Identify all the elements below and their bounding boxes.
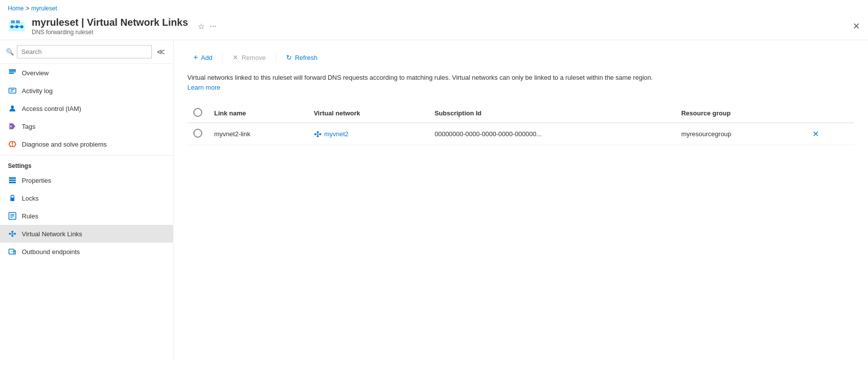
learn-more-link[interactable]: Learn more <box>187 84 220 91</box>
sidebar-item-label-properties: Properties <box>22 177 51 184</box>
table-header-resource-group: Resource group <box>675 104 804 123</box>
svg-rect-7 <box>16 20 20 23</box>
sidebar-item-activity-log[interactable]: Activity log <box>0 82 173 100</box>
svg-rect-20 <box>9 182 16 183</box>
nav-menu: Overview Activity log Access control (IA… <box>0 64 173 153</box>
favorite-icon[interactable]: ☆ <box>198 22 205 31</box>
toolbar-divider-2 <box>276 52 276 62</box>
sidebar-item-label-access-control: Access control (IAM) <box>22 105 81 112</box>
page-header: myruleset | Virtual Network Links DNS fo… <box>0 14 868 40</box>
svg-rect-21 <box>10 198 14 201</box>
svg-point-34 <box>314 133 316 135</box>
sidebar-item-outbound-endpoints[interactable]: Outbound endpoints <box>0 243 173 261</box>
row-link-name: myvnet2-link <box>208 123 308 145</box>
access-control-icon <box>8 104 17 113</box>
svg-point-36 <box>319 133 321 135</box>
sidebar-item-virtual-network-links[interactable]: Virtual Network Links <box>0 225 173 243</box>
row-resource-group: myresourcegroup <box>675 123 804 145</box>
search-input[interactable] <box>17 45 152 58</box>
breadcrumb-home[interactable]: Home <box>8 5 24 12</box>
virtual-network-link[interactable]: myvnet2 <box>314 130 423 138</box>
diagnose-icon <box>8 140 17 149</box>
header-actions: ☆ ··· <box>198 22 216 31</box>
breadcrumb-current[interactable]: myruleset <box>31 5 57 12</box>
select-all-radio[interactable] <box>193 108 202 117</box>
remove-button[interactable]: ✕ Remove <box>227 51 271 64</box>
header-text: myruleset | Virtual Network Links DNS fo… <box>32 17 188 36</box>
sidebar-item-label-diagnose: Diagnose and solve problems <box>22 141 107 148</box>
page-subtitle: DNS forwarding ruleset <box>32 29 188 36</box>
svg-point-27 <box>11 231 13 233</box>
sidebar-item-label-virtual-network-links: Virtual Network Links <box>22 230 82 238</box>
sidebar-item-overview[interactable]: Overview <box>0 64 173 82</box>
row-subscription-id: 00000000-0000-0000-0000-000000... <box>429 123 675 145</box>
toolbar: + Add ✕ Remove ↻ Refresh <box>187 50 854 65</box>
svg-point-35 <box>317 131 319 133</box>
table-body: myvnet2-link <box>187 123 854 145</box>
refresh-button[interactable]: ↻ Refresh <box>280 51 324 64</box>
breadcrumb-separator: > <box>26 5 29 12</box>
sidebar-item-label-locks: Locks <box>22 195 39 202</box>
sidebar-item-tags[interactable]: Tags <box>0 117 173 135</box>
virtual-network-links-icon <box>8 229 17 238</box>
header-right: ✕ <box>853 22 860 31</box>
remove-label: Remove <box>241 54 265 61</box>
description-content: Virtual networks linked to this ruleset … <box>187 74 653 81</box>
row-select-radio[interactable] <box>193 129 202 138</box>
svg-point-2 <box>15 25 18 28</box>
row-select-cell <box>187 123 208 145</box>
sidebar-item-properties[interactable]: Properties <box>0 171 173 189</box>
breadcrumb: Home > myruleset <box>0 0 868 14</box>
close-button[interactable]: ✕ <box>853 22 860 31</box>
svg-rect-10 <box>9 73 14 74</box>
table-row: myvnet2-link <box>187 123 854 145</box>
row-virtual-network: myvnet2 <box>308 123 429 145</box>
add-button[interactable]: + Add <box>187 50 218 65</box>
svg-rect-19 <box>9 180 16 181</box>
refresh-icon: ↻ <box>286 53 292 61</box>
toolbar-divider-1 <box>222 52 223 62</box>
svg-rect-18 <box>9 177 16 179</box>
sidebar-search-container: 🔍 ≪ <box>0 40 173 64</box>
dns-forwarding-icon <box>8 17 26 35</box>
svg-point-15 <box>10 126 12 127</box>
virtual-network-name: myvnet2 <box>324 130 348 138</box>
row-actions-cell: ✕ <box>804 123 854 145</box>
sidebar-item-locks[interactable]: Locks <box>0 189 173 207</box>
search-icon: 🔍 <box>6 48 14 55</box>
svg-rect-6 <box>11 20 15 23</box>
refresh-label: Refresh <box>295 54 318 61</box>
settings-section-header: Settings <box>0 155 173 171</box>
sidebar-item-label-activity-log: Activity log <box>22 87 53 95</box>
vnet-icon <box>314 130 322 138</box>
locks-icon <box>8 194 17 203</box>
svg-point-37 <box>317 135 319 137</box>
add-icon: + <box>193 53 198 62</box>
svg-point-14 <box>11 105 14 108</box>
svg-rect-9 <box>9 71 16 72</box>
sidebar-item-label-rules: Rules <box>22 212 38 220</box>
rules-icon <box>8 211 17 220</box>
sidebar-item-diagnose[interactable]: Diagnose and solve problems <box>0 135 173 153</box>
description-text: Virtual networks linked to this ruleset … <box>187 73 663 92</box>
more-icon[interactable]: ··· <box>210 22 216 31</box>
add-label: Add <box>201 54 212 61</box>
settings-menu: Properties Locks Rules <box>0 171 173 261</box>
svg-point-3 <box>20 25 23 28</box>
sidebar-item-access-control[interactable]: Access control (IAM) <box>0 100 173 117</box>
properties-icon <box>8 176 17 185</box>
svg-point-26 <box>9 233 11 235</box>
layout: 🔍 ≪ Overview Activity log <box>0 40 868 362</box>
table-header-row: Link name Virtual network Subscription I… <box>187 104 854 123</box>
sidebar-item-label-tags: Tags <box>22 123 35 130</box>
main-content: + Add ✕ Remove ↻ Refresh Virtual network… <box>174 40 868 362</box>
sidebar-item-rules[interactable]: Rules <box>0 207 173 225</box>
delete-row-button[interactable]: ✕ <box>810 128 822 140</box>
sidebar-item-label-overview: Overview <box>22 69 49 77</box>
collapse-sidebar-button[interactable]: ≪ <box>155 46 167 57</box>
svg-point-29 <box>11 235 13 237</box>
svg-point-17 <box>12 145 13 146</box>
activity-log-icon <box>8 86 17 95</box>
table-header-select <box>187 104 208 123</box>
remove-icon: ✕ <box>232 53 238 61</box>
